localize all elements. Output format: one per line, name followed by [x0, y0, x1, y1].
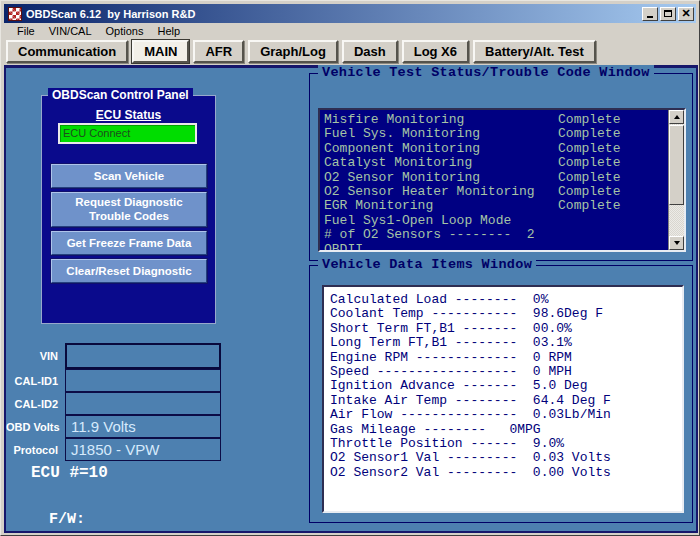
ecu-status-field[interactable]: ECU Connect: [58, 123, 197, 144]
tab-bar: CommunicationMAINAFRGraph/LogDashLog X6B…: [4, 39, 696, 65]
field-value-box[interactable]: J1850 - VPW: [65, 438, 221, 461]
field-row: VIN: [6, 343, 236, 369]
data-item-line: Coolant Temp ----------- 98.6Deg F: [330, 307, 682, 321]
maximize-button[interactable]: [660, 7, 676, 21]
control-panel-button[interactable]: Scan Vehicle: [51, 164, 207, 188]
test-status-line: Fuel Sys1-Open Loop Mode: [324, 214, 684, 228]
scroll-down-button[interactable]: [669, 236, 684, 250]
data-item-line: Gas Mileage -------- 0MPG: [330, 423, 682, 437]
data-item-line: O2 Sensor1 Val --------- 0.03 Volts: [330, 451, 682, 465]
menu-item[interactable]: Help: [150, 24, 187, 38]
field-label: OBD Volts: [6, 421, 65, 433]
field-row: CAL-ID1: [6, 369, 236, 392]
field-value-box[interactable]: [65, 343, 221, 369]
vehicle-data-items-title: Vehicle Data Items Window: [318, 257, 536, 272]
app-window: OBDScan 6.12 by Harrison R&D ✕ FileVIN/C…: [0, 0, 700, 536]
field-label: Protocol: [6, 444, 65, 456]
test-status-line: O2 Sensor Monitoring Complete: [324, 171, 684, 185]
obdscan-control-panel: OBDScan Control Panel ECU Status ECU Con…: [41, 95, 216, 324]
test-status-line: O2 Sensor Heater Monitoring Complete: [324, 185, 684, 199]
scroll-up-button[interactable]: [669, 110, 684, 124]
data-item-line: Intake Air Temp -------- 64.4 Deg F: [330, 394, 682, 408]
vertical-scrollbar[interactable]: [668, 110, 684, 250]
test-status-listbox[interactable]: Misfire Monitoring CompleteFuel Sys. Mon…: [318, 108, 686, 252]
field-row: OBD Volts 11.9 Volts: [6, 415, 236, 438]
close-button[interactable]: ✕: [678, 7, 694, 21]
tab-button[interactable]: Battery/Alt. Test: [473, 40, 596, 63]
tab-button[interactable]: Dash: [342, 40, 398, 63]
test-status-line: Misfire Monitoring Complete: [324, 113, 684, 127]
ecu-status-label: ECU Status: [42, 108, 215, 122]
vehicle-data-items-group: Vehicle Data Items Window Calculated Loa…: [309, 265, 693, 523]
menu-item[interactable]: Options: [99, 24, 151, 38]
test-status-line: # of O2 Sensors -------- 2: [324, 228, 684, 242]
tab-button[interactable]: AFR: [193, 40, 244, 63]
data-item-line: Engine RPM ------------- 0 RPM: [330, 351, 682, 365]
test-status-line: Fuel Sys. Monitoring Complete: [324, 127, 684, 141]
field-row: CAL-ID2: [6, 392, 236, 415]
data-item-line: Ignition Advance ------- 5.0 Deg: [330, 379, 682, 393]
field-value-box[interactable]: [65, 369, 221, 392]
test-status-line: OBDII: [324, 243, 684, 252]
data-items-listbox[interactable]: Calculated Load -------- 0%Coolant Temp …: [322, 285, 684, 513]
control-panel-title: OBDScan Control Panel: [48, 88, 193, 102]
vehicle-info-fields: VIN CAL-ID1 CAL-ID2 OBD Volts 11.9 Volts…: [6, 343, 236, 461]
data-item-line: Long Term FT,B1 -------- 03.1%: [330, 336, 682, 350]
control-panel-button[interactable]: Request Diagnostic Trouble Codes: [51, 192, 207, 227]
close-icon: ✕: [681, 8, 690, 19]
tab-button[interactable]: Communication: [6, 40, 128, 63]
field-label: CAL-ID1: [6, 375, 65, 387]
app-icon: [8, 7, 22, 21]
data-item-line: Throttle Position ------ 9.0%: [330, 437, 682, 451]
menu-bar: FileVIN/CALOptionsHelp: [4, 23, 696, 39]
field-value-box[interactable]: 11.9 Volts: [65, 415, 221, 438]
window-title: OBDScan 6.12 by Harrison R&D: [26, 8, 642, 20]
test-status-lines: Misfire Monitoring CompleteFuel Sys. Mon…: [320, 110, 684, 252]
data-items-lines: Calculated Load -------- 0%Coolant Temp …: [324, 287, 682, 480]
control-panel-button[interactable]: Clear/Reset Diagnostic: [51, 259, 207, 283]
field-value-box[interactable]: [65, 392, 221, 415]
ecu-number-text: ECU #=10: [31, 464, 108, 482]
tab-button[interactable]: MAIN: [132, 40, 189, 63]
firmware-label: F/W:: [49, 511, 85, 528]
client-area: OBDScan Control Panel ECU Status ECU Con…: [4, 65, 698, 533]
maximize-icon: [664, 10, 672, 17]
data-item-line: Short Term FT,B1 ------- 00.0%: [330, 322, 682, 336]
test-status-line: Component Monitoring Complete: [324, 142, 684, 156]
title-bar: OBDScan 6.12 by Harrison R&D ✕: [4, 4, 696, 23]
scrollbar-thumb[interactable]: [669, 125, 684, 205]
data-item-line: Calculated Load -------- 0%: [330, 293, 682, 307]
data-item-line: Air Flow --------------- 0.03Lb/Min: [330, 408, 682, 422]
test-status-line: EGR Monitoring Complete: [324, 199, 684, 213]
minimize-icon: [647, 16, 653, 18]
tab-button[interactable]: Graph/Log: [248, 40, 338, 63]
arrow-up-icon: [674, 115, 680, 119]
control-panel-button[interactable]: Get Freeze Frame Data: [51, 231, 207, 255]
test-status-line: Catalyst Monitoring Complete: [324, 156, 684, 170]
tab-button[interactable]: Log X6: [402, 40, 469, 63]
field-label: VIN: [6, 350, 65, 362]
vehicle-test-status-title: Vehicle Test Status/Trouble Code Window: [318, 65, 654, 80]
menu-item[interactable]: File: [10, 24, 42, 38]
control-panel-buttons: Scan VehicleRequest Diagnostic Trouble C…: [51, 164, 207, 283]
data-item-line: O2 Sensor2 Val --------- 0.00 Volts: [330, 466, 682, 480]
menu-item[interactable]: VIN/CAL: [42, 24, 99, 38]
field-row: Protocol J1850 - VPW: [6, 438, 236, 461]
vehicle-test-status-group: Vehicle Test Status/Trouble Code Window …: [309, 73, 693, 261]
field-label: CAL-ID2: [6, 398, 65, 410]
data-item-line: Speed ------------------ 0 MPH: [330, 365, 682, 379]
arrow-down-icon: [674, 241, 680, 245]
minimize-button[interactable]: [642, 7, 658, 21]
